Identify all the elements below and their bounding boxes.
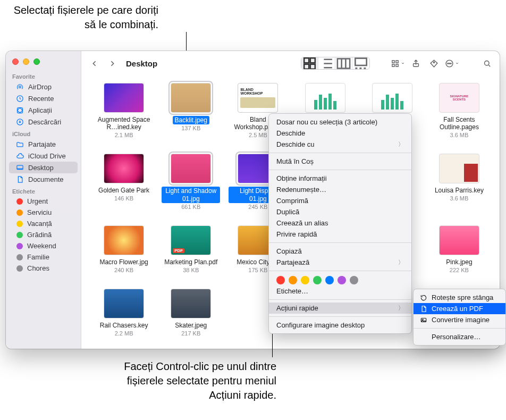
sidebar-label: Recente [28, 95, 54, 103]
sidebar-tag-item[interactable]: Weekend [9, 240, 78, 251]
submenu-convert-image[interactable]: Convertire imagine [414, 314, 505, 325]
menu-share[interactable]: Partajează〉 [269, 257, 411, 268]
file-size: 3.6 MB [450, 195, 468, 201]
file-item[interactable]: SIGNATURESCENTSFall Scents Outline.pages… [428, 83, 490, 145]
menu-quick-actions[interactable]: Acțiuni rapide〉 [269, 303, 411, 314]
list-view-button[interactable] [318, 57, 335, 69]
menu-duplicate[interactable]: Duplică [269, 206, 411, 217]
search-button[interactable] [479, 57, 494, 70]
submenu-rotate-left[interactable]: Rotește spre stânga [414, 292, 505, 303]
menu-copy[interactable]: Copiază [269, 246, 411, 257]
back-button[interactable] [87, 57, 102, 70]
callout-bottom: Faceți Control-clic pe unul dintre fișie… [112, 359, 276, 402]
sidebar-item-downloads[interactable]: Descărcări [9, 116, 78, 128]
svg-point-18 [447, 63, 448, 63]
chevron-right-icon: 〉 [398, 140, 404, 148]
tag-color-button[interactable] [301, 276, 309, 284]
file-size: 217 KB [181, 330, 200, 337]
svg-rect-11 [392, 60, 394, 62]
menu-label: Deschide cu [276, 140, 315, 148]
menu-separator [269, 271, 411, 271]
file-item[interactable]: Louisa Parris.key3.6 MB [428, 154, 490, 217]
close-window-button[interactable] [12, 58, 19, 65]
file-item[interactable]: Rail Chasers.key2.2 MB [93, 289, 155, 343]
menu-get-info[interactable]: Obține informații [269, 173, 411, 184]
file-name: Fall Scents Outline.pages [430, 116, 488, 131]
menu-rename[interactable]: Redenumește… [269, 184, 411, 195]
minimize-window-button[interactable] [23, 58, 29, 65]
submenu-label: Personalizare… [432, 333, 481, 341]
sidebar-item-shared[interactable]: Partajate [9, 138, 78, 150]
menu-separator [269, 242, 411, 243]
column-view-button[interactable] [335, 57, 352, 69]
svg-point-0 [19, 86, 21, 88]
context-menu: Dosar nou cu selecția (3 articole) Desch… [268, 113, 412, 334]
sidebar-item-recents[interactable]: Recente [9, 93, 78, 104]
blank-icon [420, 333, 427, 341]
sidebar-item-documents[interactable]: Documente [9, 173, 78, 185]
menu-open[interactable]: Deschide [269, 128, 411, 139]
forward-button[interactable] [105, 57, 120, 70]
applications-icon [15, 106, 24, 114]
tags-button[interactable] [426, 57, 441, 70]
group-button[interactable] [390, 57, 405, 70]
sidebar-label: Aplicații [28, 106, 52, 114]
menu-move-to-trash[interactable]: Mută în Coș [269, 156, 411, 167]
file-size: 146 KB [114, 195, 133, 201]
menu-quick-look[interactable]: Privire rapidă [269, 229, 411, 240]
pdf-badge: PDF [173, 248, 184, 253]
sidebar-tag-item[interactable]: Grădină [9, 229, 78, 240]
sidebar-tag-item[interactable]: Vacanță [9, 218, 78, 229]
sidebar-tag-item[interactable]: Familie [9, 251, 78, 263]
zoom-window-button[interactable] [33, 58, 40, 65]
toolbar: Desktop [81, 51, 500, 75]
icon-view-button[interactable] [301, 57, 318, 69]
file-name: Light and Shadow 01.jpg [162, 187, 220, 203]
menu-compress[interactable]: Comprimă [269, 195, 411, 206]
file-item[interactable]: Pink.jpeg222 KB [428, 225, 490, 280]
menu-new-folder-selection[interactable]: Dosar nou cu selecția (3 articole) [269, 116, 411, 128]
file-name: Louisa Parris.key [435, 187, 484, 194]
chevron-right-icon: 〉 [398, 304, 404, 312]
file-item[interactable]: Skater.jpeg217 KB [160, 289, 222, 343]
menu-tags[interactable]: Etichete… [269, 285, 411, 297]
sidebar-tag-item[interactable]: Urgent [9, 196, 78, 207]
submenu-create-pdf[interactable]: Creează un PDF [414, 303, 505, 314]
tag-color-button[interactable] [289, 276, 297, 284]
sidebar-item-applications[interactable]: Aplicații [9, 104, 78, 116]
svg-point-16 [433, 62, 434, 63]
tag-color-button[interactable] [338, 276, 346, 284]
sidebar-item-icloud-drive[interactable]: iCloud Drive [9, 150, 78, 162]
file-item[interactable]: Backlit.jpeg137 KB [160, 83, 222, 145]
tag-color-button[interactable] [350, 276, 358, 284]
document-icon [15, 175, 24, 183]
menu-set-desktop-picture[interactable]: Configurare imagine desktop [269, 320, 411, 331]
submenu-customize[interactable]: Personalizare… [414, 331, 505, 342]
file-item[interactable]: PDFMarketing Plan.pdf38 KB [160, 225, 222, 280]
path-title: Desktop [126, 59, 157, 68]
share-button[interactable] [408, 57, 423, 70]
file-item[interactable]: Light and Shadow 01.jpg661 KB [160, 154, 222, 217]
tag-color-button[interactable] [313, 276, 322, 284]
tag-color-button[interactable] [276, 276, 285, 284]
menu-make-alias[interactable]: Creează un alias [269, 217, 411, 229]
cloud-icon [15, 152, 24, 160]
file-item[interactable]: Golden Gate Park146 KB [93, 154, 155, 217]
sidebar-tag-item[interactable]: Chores [9, 263, 78, 274]
desktop-icon [15, 163, 24, 172]
more-actions-button[interactable] [444, 57, 459, 70]
quick-actions-submenu: Rotește spre stânga Creează un PDF Conve… [413, 289, 506, 346]
gallery-view-button[interactable] [352, 57, 369, 69]
tag-color-button[interactable] [325, 276, 334, 284]
file-thumbnail [372, 83, 412, 113]
file-item[interactable]: Macro Flower.jpg240 KB [93, 225, 155, 280]
sidebar-tag-item[interactable]: Serviciu [9, 207, 78, 218]
submenu-label: Convertire imagine [432, 316, 490, 324]
file-item[interactable]: Augmented Space R…ined.key2.1 MB [93, 83, 155, 145]
menu-open-with[interactable]: Deschide cu〉 [269, 139, 411, 150]
file-size: 222 KB [450, 267, 469, 273]
sidebar-item-airdrop[interactable]: AirDrop [9, 81, 78, 93]
file-name: Skater.jpeg [175, 322, 207, 329]
sidebar-label: Descărcări [28, 118, 61, 126]
sidebar-item-desktop[interactable]: Desktop [9, 162, 78, 173]
